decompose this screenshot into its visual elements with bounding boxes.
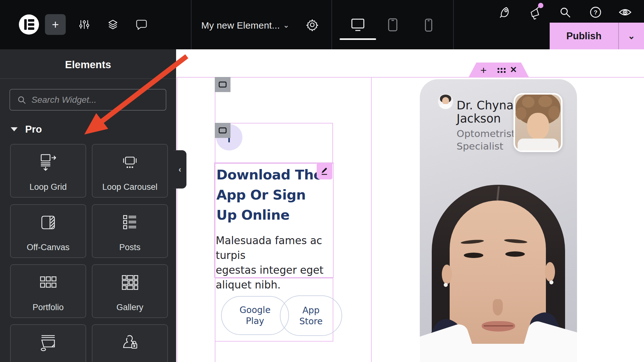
launchpad-rocket-icon[interactable] [499,6,512,19]
widget-label: Portfolio [11,303,86,312]
preview-eye-icon[interactable] [618,6,632,18]
button-label: Play [246,315,264,326]
element-toolbar: + ✕ [469,63,529,77]
container-drag-handle[interactable] [215,123,230,138]
widget-label: Off-Canvas [11,243,86,252]
loop-carousel-icon [120,153,140,172]
widget-card-form[interactable]: Form [10,324,86,362]
portfolio-icon [38,274,58,291]
finder-search-icon[interactable] [558,6,572,19]
phone-mockup[interactable]: Dr. Chyna Jackson Optometrist Specialist [420,79,577,362]
mobile-device-icon[interactable] [423,19,434,32]
widget-search[interactable] [9,89,166,111]
doctor-name: Dr. Chyna Jackson [457,99,514,125]
loop-grid-icon [38,153,58,172]
publish-button-group: Publish ⌄ [550,23,644,49]
heading-line: App Or Sign [216,185,333,205]
heading-line: Download The [216,165,333,185]
search-icon [17,95,26,105]
widget-card-off-canvas[interactable]: Off-Canvas [10,204,86,258]
editor-canvas[interactable]: Download The App Or Sign Up Online Males… [176,49,644,362]
posts-icon [120,214,140,233]
active-device-underline [340,38,376,40]
collapse-caret-icon [11,127,18,131]
widget-label: Loop Carousel [92,182,167,192]
widget-card-loop-carousel[interactable]: Loop Carousel [92,144,168,198]
gallery-icon [120,274,140,291]
add-container-icon[interactable]: + [480,65,487,75]
doctor-avatar [438,94,453,109]
publish-options-chevron-icon[interactable]: ⌄ [619,31,644,41]
desktop-device-icon[interactable] [350,18,365,32]
panel-title: Elements [0,59,176,71]
button-label: App [303,305,320,316]
panel-divider [0,78,176,79]
patient-photo [514,93,563,152]
elements-panel: Elements Pro Loop [0,49,176,362]
topbar-divider [331,0,332,49]
svg-text:?: ? [594,9,597,16]
topbar-divider [453,0,454,49]
notification-dot [538,3,543,8]
elementor-logo[interactable] [19,14,39,35]
widget-card-posts[interactable]: Posts [92,204,168,258]
column-divider-border [371,77,372,362]
button-label: Store [299,316,323,327]
topbar-divider [191,0,192,49]
search-input[interactable] [31,95,166,105]
button-label: Google [240,304,271,315]
widget-card-portfolio[interactable]: Portfolio [10,264,86,318]
doctor-role: Optometrist Specialist [457,127,515,152]
add-element-button[interactable]: + [45,14,66,35]
container-drag-handle[interactable] [215,77,230,92]
widget-card-gallery[interactable]: Gallery [92,264,168,318]
paragraph-line: aliquet nibh. [216,277,335,292]
paragraph-line: Malesuada fames ac turpis [216,233,335,263]
structure-layers-icon[interactable] [107,18,119,31]
site-settings-icon[interactable] [78,18,91,31]
text-cursor-mark [228,137,230,142]
document-title[interactable]: My new Element... [201,20,280,31]
edit-widget-badge[interactable] [317,163,332,179]
notes-comment-icon[interactable] [135,18,148,31]
app-store-button[interactable]: App Store [280,295,342,336]
google-play-button[interactable]: Google Play [221,296,289,335]
elementor-editor: + My new Element... ⌄ [0,0,644,362]
drag-handle-dots-icon[interactable] [497,68,499,70]
top-bar: + My new Element... ⌄ [0,0,644,49]
widget-label: Posts [92,243,167,252]
page-heading[interactable]: Download The App Or Sign Up Online [216,165,333,225]
heading-line: Up Online [216,205,333,225]
document-switcher-chevron-icon[interactable]: ⌄ [283,21,289,30]
widget-label: Loop Grid [11,182,86,192]
delete-container-icon[interactable]: ✕ [510,66,517,74]
page-settings-gear-icon[interactable] [306,18,319,31]
pro-section-header[interactable]: Pro [11,123,42,135]
off-canvas-icon [39,214,58,233]
pro-section-label: Pro [25,123,42,135]
whats-new-megaphone-icon[interactable] [529,6,542,20]
widget-card-loop-grid[interactable]: Loop Grid [10,144,86,198]
help-icon[interactable]: ? [589,6,602,19]
elementor-logo-icon [24,19,34,30]
panel-collapse-handle[interactable]: ‹ [174,150,186,189]
tablet-device-icon[interactable] [386,18,399,32]
publish-button[interactable]: Publish [550,30,618,42]
login-icon [120,334,140,353]
page-paragraph[interactable]: Malesuada fames ac turpis egestas intege… [216,233,335,292]
form-icon [38,334,58,353]
section-left-border [177,77,177,362]
widget-label: Gallery [92,303,167,312]
pencil-edit-icon [320,167,329,176]
widget-card-login[interactable]: Login [92,324,168,362]
section-top-border [177,77,644,78]
paragraph-line: egestas integer eget [216,263,335,277]
